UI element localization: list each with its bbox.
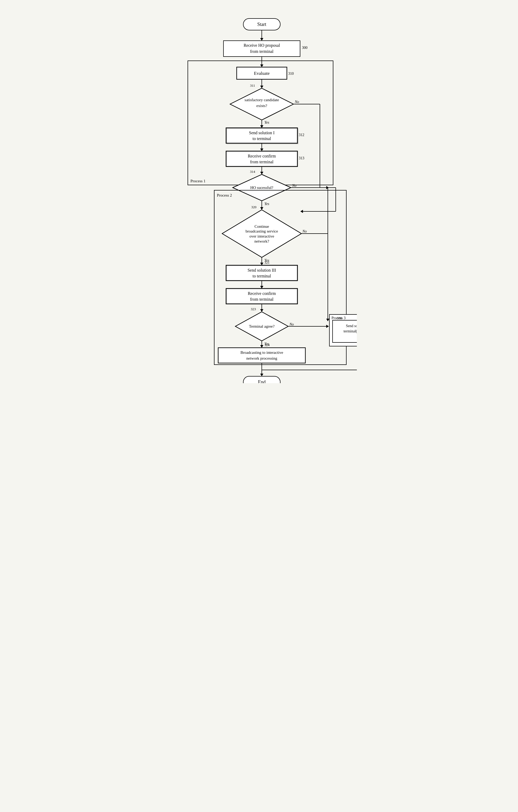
n321-line1: Send solution III (247, 268, 276, 272)
n323-label: Terminal agree? (249, 324, 274, 328)
n311-line2: exists? (256, 104, 267, 108)
n312-line1: Send solution I (249, 130, 274, 135)
n313-num: 313 (299, 156, 304, 160)
n310-num: 310 (288, 71, 294, 76)
n300-num: 300 (302, 46, 307, 50)
n324-num: 324 (265, 343, 270, 347)
n300-line1: Receive HO proposal (244, 43, 280, 48)
n322-line2: from terminal (250, 297, 273, 301)
svg-rect-20 (226, 151, 298, 167)
n330-line1: Send solution IV to (346, 324, 357, 328)
n311-num: 311 (250, 84, 255, 87)
n312-line2: to terminal (252, 136, 271, 141)
n320-line2: broadcasting service (245, 229, 278, 233)
n323-no: No (289, 322, 294, 326)
n313-line2: from terminal (250, 160, 273, 164)
n330-line2: terminal(failure result) (343, 329, 357, 334)
n314-no: No (292, 184, 296, 187)
n314-num: 314 (250, 170, 255, 174)
svg-rect-50 (218, 348, 305, 363)
n324-line1: Broadcasting to interactive (240, 350, 283, 355)
n321-num: 321 (265, 261, 270, 264)
n310-label: Evaluate (254, 71, 269, 76)
process2-label: Process 2 (217, 193, 232, 197)
svg-rect-40 (226, 289, 298, 304)
diagram-container: text { font-family: 'Times New Roman', T… (167, 5, 352, 399)
n320-line1: Continue (254, 224, 269, 229)
svg-rect-16 (226, 128, 298, 143)
n322-line1: Receive confirm (247, 291, 276, 296)
n300-line2: from terminal (250, 49, 273, 54)
n314-yes: Yes (265, 202, 269, 206)
n314-label: HO sucessful? (250, 185, 273, 190)
n311-line1: satisfactory candidate (244, 98, 279, 102)
n312-num: 312 (299, 133, 304, 137)
flowchart-svg: text { font-family: 'Times New Roman', T… (172, 13, 357, 383)
n320-no: No (302, 229, 307, 233)
n321-line2: to terminal (252, 274, 271, 278)
n313-line1: Receive confirm (247, 154, 276, 158)
end-label: End (258, 379, 266, 383)
n311-no: No (295, 100, 299, 104)
n311-yes: Yes (265, 120, 269, 124)
svg-rect-37 (226, 265, 298, 281)
n320-num: 320 (251, 205, 256, 209)
n324-line2: network processing (246, 356, 277, 360)
start-label: Start (257, 22, 266, 27)
n320-line3: over interactive (249, 234, 274, 238)
process1-label: Process 1 (190, 179, 206, 183)
n323-num: 323 (251, 307, 256, 311)
n330-num: 330 (337, 316, 342, 320)
n320-line4: network? (254, 239, 269, 243)
